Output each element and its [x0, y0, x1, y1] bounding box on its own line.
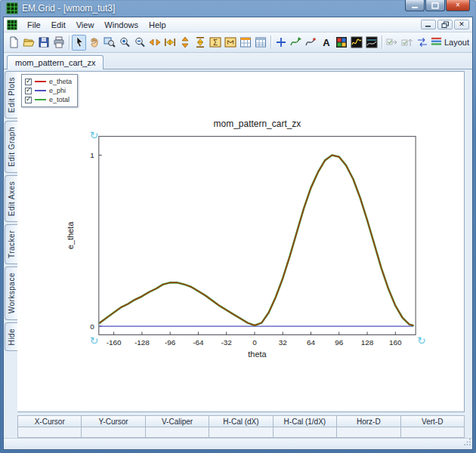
- legend-checkbox[interactable]: [25, 79, 32, 85]
- text-label-icon[interactable]: A: [319, 35, 333, 51]
- select-pointer-icon[interactable]: [72, 35, 86, 51]
- y-axis-label: e_theta: [66, 221, 75, 249]
- x-tick-label: -32: [221, 338, 232, 347]
- side-tab-strip: Edit Plots Edit Graph Edit Axes Tracker …: [4, 71, 17, 415]
- axes-checkbox-icon[interactable]: [385, 35, 399, 51]
- toolbar: Σ Σ A Layout: [4, 32, 472, 53]
- sidebar-item-edit-graph[interactable]: Edit Graph: [5, 121, 17, 173]
- toolbar-separator: [382, 35, 382, 49]
- print-icon[interactable]: [51, 35, 66, 51]
- save-icon[interactable]: [36, 35, 51, 51]
- legend-line-sample: [35, 90, 46, 91]
- menu-windows[interactable]: Windows: [99, 19, 144, 31]
- status-col-x-cursor: X-Cursor: [18, 415, 82, 427]
- svg-text:Σ: Σ: [212, 39, 217, 47]
- mdi-restore-button[interactable]: [437, 20, 453, 29]
- legend-line-sample: [35, 99, 46, 100]
- grid-window-icon[interactable]: [238, 35, 252, 51]
- menu-edit[interactable]: Edit: [46, 19, 71, 31]
- legend-line-sample: [35, 81, 46, 82]
- toolbar-separator: [270, 35, 271, 49]
- zoom-out-icon[interactable]: [132, 35, 147, 51]
- waveform-dark-icon[interactable]: [349, 35, 363, 51]
- x-tick-label: 160: [389, 338, 402, 347]
- axis-scroll-icon[interactable]: ↻: [417, 334, 426, 347]
- open-icon[interactable]: [21, 35, 36, 51]
- x-tick-label: -96: [165, 338, 176, 347]
- sidebar-item-workspace[interactable]: Workspace: [5, 267, 17, 319]
- status-value: [274, 427, 337, 438]
- sidebar-item-tracker[interactable]: Tracker: [5, 224, 17, 264]
- axes-checkbox2-icon[interactable]: [400, 35, 414, 51]
- tab-mom-pattern-cart-zx[interactable]: mom_pattern_cart_zx: [7, 55, 104, 69]
- autoscale-y-icon[interactable]: Σ: [223, 35, 237, 51]
- app-window: EM.Grid - [wmom_tut3] × File Edit View W…: [0, 0, 476, 453]
- status-value: [82, 427, 145, 438]
- autoscale-x-icon[interactable]: Σ: [208, 35, 222, 51]
- chart-svg[interactable]: mom_pattern_cart_zx01-160-128-96-64-3203…: [17, 72, 464, 411]
- zoom-window-icon[interactable]: [102, 35, 116, 51]
- expand-x-icon[interactable]: [147, 35, 162, 51]
- menu-view[interactable]: View: [71, 19, 100, 31]
- status-value: [209, 427, 273, 438]
- toolbar-separator: [69, 35, 70, 49]
- titlebar: EM.Grid - [wmom_tut3] ×: [3, 0, 473, 17]
- status-col-vert-d: Vert-D: [401, 415, 465, 427]
- x-tick-label: 96: [335, 338, 344, 347]
- maximize-button[interactable]: [425, 0, 445, 11]
- status-col-v-caliper: V-Caliper: [146, 415, 209, 427]
- y-tick-label: 0: [90, 322, 94, 331]
- axis-scroll-icon[interactable]: ↻: [90, 129, 99, 141]
- minimize-button[interactable]: [405, 0, 425, 11]
- status-value: [146, 427, 209, 438]
- expand-y-icon[interactable]: [178, 35, 192, 51]
- x-tick-label: -160: [107, 338, 122, 347]
- fit-x-icon[interactable]: [162, 35, 177, 51]
- sync-axes-icon[interactable]: [415, 35, 429, 51]
- sidebar-item-edit-axes[interactable]: Edit Axes: [5, 175, 17, 222]
- mdi-system-icon[interactable]: [7, 20, 17, 30]
- status-value: [401, 427, 465, 438]
- x-axis-label: theta: [248, 350, 267, 359]
- curve-tracker-icon[interactable]: [289, 35, 303, 51]
- menu-help[interactable]: Help: [144, 19, 172, 31]
- palette-icon[interactable]: [334, 35, 348, 51]
- legend-item-e-total[interactable]: e_total: [25, 95, 72, 104]
- axis-scroll-icon[interactable]: ↻: [90, 334, 99, 347]
- mdi-minimize-button[interactable]: [421, 20, 436, 29]
- sidebar-item-edit-plots[interactable]: Edit Plots: [5, 71, 17, 119]
- legend-checkbox[interactable]: [25, 88, 32, 94]
- window-content: File Edit View Windows Help ✕: [3, 17, 473, 450]
- waveform-light-icon[interactable]: [364, 35, 379, 51]
- fit-y-icon[interactable]: [193, 35, 207, 51]
- legend-item-e-theta[interactable]: e_theta: [25, 77, 72, 86]
- menubar: File Edit View Windows Help ✕: [4, 17, 472, 32]
- new-document-icon[interactable]: [6, 35, 20, 51]
- status-col-h-cal-1dx: H-Cal (1/dX): [274, 415, 337, 427]
- window-title: EM.Grid - [wmom_tut3]: [22, 3, 115, 14]
- add-cursor-icon[interactable]: [274, 35, 288, 51]
- x-tick-label: 128: [361, 338, 374, 347]
- resize-grip[interactable]: [462, 435, 471, 448]
- zoom-in-icon[interactable]: [117, 35, 131, 51]
- legend-item-e-phi[interactable]: e_phi: [25, 86, 72, 95]
- tabbar: mom_pattern_cart_zx: [4, 53, 472, 69]
- x-tick-label: -128: [134, 338, 150, 347]
- cursor-status-table: X-Cursor Y-Cursor V-Caliper H-Cal (dX) H…: [17, 415, 465, 438]
- plot-frame[interactable]: [99, 137, 416, 335]
- status-col-horz-d: Horz-D: [337, 415, 400, 427]
- svg-text:A: A: [323, 37, 330, 48]
- mdi-close-button[interactable]: ✕: [454, 20, 469, 29]
- plot-panel: e_theta e_phi e_total mom_pattern_cart_z…: [17, 71, 465, 412]
- pan-icon[interactable]: [87, 35, 101, 51]
- curve-marker-icon[interactable]: [304, 35, 318, 51]
- layout-icon: [431, 35, 442, 50]
- sidebar-item-hide[interactable]: Hide: [5, 322, 17, 352]
- close-button[interactable]: ×: [446, 0, 470, 11]
- status-value: [18, 427, 82, 438]
- main-area: Edit Plots Edit Graph Edit Axes Tracker …: [4, 69, 472, 415]
- layout-control[interactable]: Layout: [431, 35, 470, 50]
- table-window-icon[interactable]: [253, 35, 267, 51]
- menu-file[interactable]: File: [22, 19, 46, 31]
- legend-checkbox[interactable]: [25, 97, 32, 103]
